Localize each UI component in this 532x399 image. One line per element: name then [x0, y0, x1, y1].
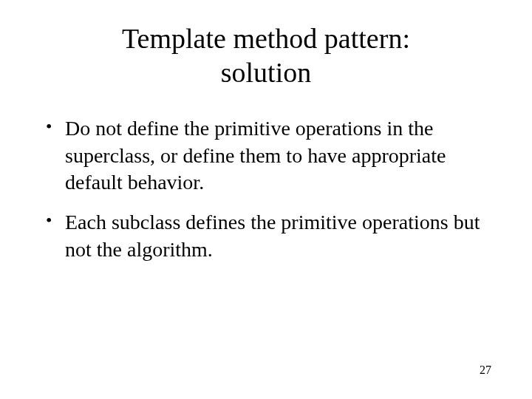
slide-title: Template method pattern: solution — [37, 22, 495, 89]
bullet-list: Do not define the primitive operations i… — [37, 115, 495, 263]
bullet-item: Each subclass defines the primitive oper… — [44, 209, 495, 263]
title-line-1: Template method pattern: — [122, 23, 410, 54]
title-line-2: solution — [221, 57, 311, 88]
bullet-item: Do not define the primitive operations i… — [44, 115, 495, 196]
page-number: 27 — [480, 364, 491, 377]
